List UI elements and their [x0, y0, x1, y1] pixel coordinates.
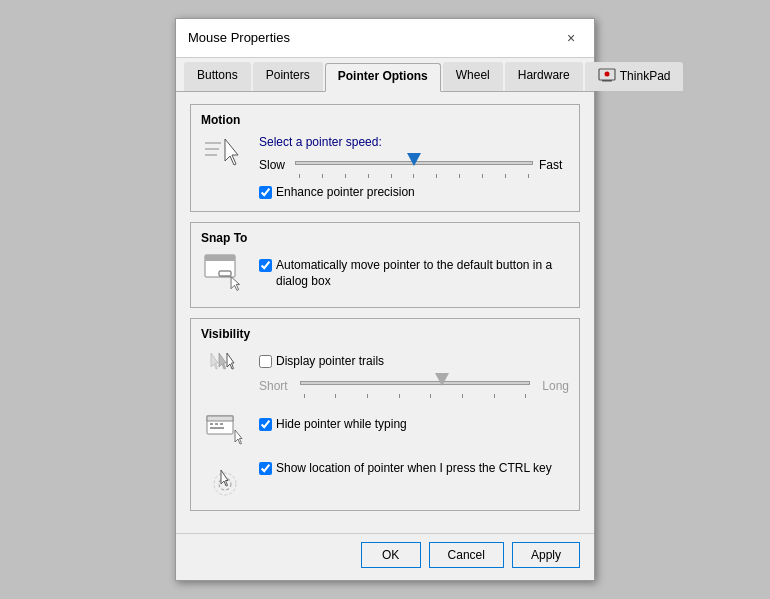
- tab-thinkpad[interactable]: ThinkPad: [585, 62, 684, 91]
- speed-slider-row: Slow: [259, 153, 569, 178]
- thinkpad-icon: [598, 68, 616, 85]
- svg-point-1: [604, 71, 609, 76]
- trails-checkbox[interactable]: [259, 355, 272, 368]
- hide-typing-checkbox[interactable]: [259, 418, 272, 431]
- tab-thinkpad-label: ThinkPad: [620, 69, 671, 83]
- svg-rect-2: [602, 80, 612, 82]
- tab-wheel[interactable]: Wheel: [443, 62, 503, 91]
- svg-rect-19: [210, 427, 224, 429]
- svg-rect-8: [205, 255, 235, 261]
- hide-typing-row: Hide pointer while typing: [201, 412, 569, 448]
- svg-rect-17: [215, 423, 218, 425]
- apply-button[interactable]: Apply: [512, 542, 580, 568]
- show-location-controls: Show location of pointer when I press th…: [259, 456, 569, 477]
- auto-snap-checkbox[interactable]: [259, 259, 272, 272]
- hide-typing-label[interactable]: Hide pointer while typing: [276, 416, 407, 433]
- slow-label: Slow: [259, 158, 289, 172]
- dialog-title: Mouse Properties: [188, 30, 290, 45]
- speed-slider[interactable]: [295, 153, 533, 178]
- trails-icon: [201, 349, 249, 385]
- svg-rect-15: [207, 416, 233, 421]
- auto-snap-label[interactable]: Automatically move pointer to the defaul…: [276, 257, 569, 291]
- ok-button[interactable]: OK: [361, 542, 421, 568]
- auto-snap-row: Automatically move pointer to the defaul…: [259, 257, 569, 291]
- motion-controls: Select a pointer speed: Slow: [259, 135, 569, 201]
- svg-marker-23: [221, 470, 228, 486]
- visibility-section: Visibility Display pointer trails: [190, 318, 580, 512]
- svg-marker-12: [219, 353, 226, 369]
- svg-marker-20: [235, 430, 242, 444]
- close-button[interactable]: ×: [560, 27, 582, 49]
- svg-marker-13: [227, 353, 234, 369]
- speed-label: Select a pointer speed:: [259, 135, 569, 149]
- svg-marker-6: [225, 139, 238, 165]
- tab-pointer-options[interactable]: Pointer Options: [325, 63, 441, 92]
- trails-row: Display pointer trails Short: [201, 349, 569, 405]
- tab-hardware[interactable]: Hardware: [505, 62, 583, 91]
- motion-section: Motion Select a pointer speed: Sl: [190, 104, 580, 212]
- precision-checkbox[interactable]: [259, 186, 272, 199]
- short-label: Short: [259, 379, 288, 393]
- hide-typing-controls: Hide pointer while typing: [259, 412, 569, 433]
- tab-buttons[interactable]: Buttons: [184, 62, 251, 91]
- svg-marker-10: [231, 276, 240, 290]
- long-label: Long: [542, 379, 569, 393]
- show-location-checkbox-row: Show location of pointer when I press th…: [259, 460, 569, 477]
- snap-controls: Automatically move pointer to the defaul…: [259, 253, 569, 291]
- trails-label[interactable]: Display pointer trails: [276, 353, 384, 370]
- tab-bar: Buttons Pointers Pointer Options Wheel H…: [176, 58, 594, 92]
- title-bar: Mouse Properties ×: [176, 19, 594, 58]
- svg-rect-18: [220, 423, 223, 425]
- tab-pointers[interactable]: Pointers: [253, 62, 323, 91]
- trails-checkbox-row: Display pointer trails: [259, 353, 569, 370]
- svg-rect-16: [210, 423, 213, 425]
- tab-content: Motion Select a pointer speed: Sl: [176, 92, 594, 534]
- precision-row: Enhance pointer precision: [259, 184, 569, 201]
- dialog-footer: OK Cancel Apply: [176, 533, 594, 580]
- visibility-section-title: Visibility: [201, 327, 569, 341]
- show-location-label[interactable]: Show location of pointer when I press th…: [276, 460, 552, 477]
- show-location-checkbox[interactable]: [259, 462, 272, 475]
- hide-typing-checkbox-row: Hide pointer while typing: [259, 416, 569, 433]
- precision-label[interactable]: Enhance pointer precision: [276, 184, 415, 201]
- snap-to-section: Snap To Automatic: [190, 222, 580, 308]
- show-location-row: Show location of pointer when I press th…: [201, 456, 569, 500]
- hide-typing-icon: [201, 412, 249, 448]
- trails-slider-row: Short: [259, 373, 569, 398]
- cancel-button[interactable]: Cancel: [429, 542, 504, 568]
- dialog-window: Mouse Properties × Buttons Pointers Poin…: [175, 18, 595, 582]
- snap-icon: [201, 253, 249, 297]
- snap-to-section-title: Snap To: [201, 231, 569, 245]
- motion-section-title: Motion: [201, 113, 569, 127]
- motion-icon: [201, 135, 249, 171]
- svg-marker-11: [211, 353, 218, 369]
- fast-label: Fast: [539, 158, 569, 172]
- trails-slider[interactable]: [300, 373, 531, 398]
- show-location-icon: [201, 456, 249, 500]
- trails-controls: Display pointer trails Short: [259, 349, 569, 405]
